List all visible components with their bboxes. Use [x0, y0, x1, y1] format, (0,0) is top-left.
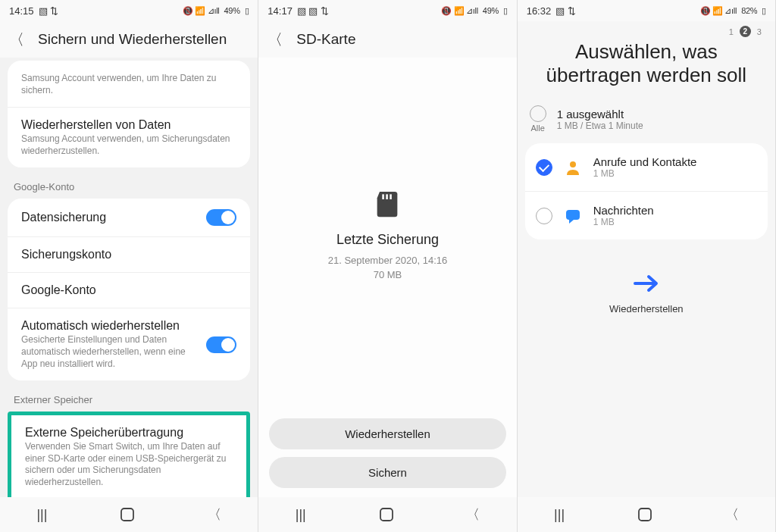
section-external-label: Externer Speicher: [8, 388, 250, 412]
external-storage-card[interactable]: Externe Speicherübertragung Verwenden Si…: [8, 412, 250, 497]
home-button[interactable]: [120, 508, 134, 521]
restore-label: Wiederherstellen: [518, 303, 775, 315]
svg-rect-6: [566, 210, 580, 220]
back-nav-button[interactable]: 〈: [208, 505, 221, 524]
select-all-label: Alle: [530, 124, 546, 133]
svg-rect-4: [380, 509, 393, 521]
items-card: Anrufe und Kontakte 1 MB Nachrichten 1 M…: [525, 143, 768, 239]
navbar: ||| 〈: [258, 497, 516, 532]
content: Samsung Account verwenden, um Ihre Daten…: [0, 58, 258, 497]
restore-button[interactable]: Wiederherstellen: [269, 418, 505, 449]
samsung-account-card: Samsung Account verwenden, um Ihre Daten…: [8, 61, 250, 167]
backup-account-title: Sicherungskonto: [21, 248, 236, 261]
select-all-radio[interactable]: [530, 105, 546, 122]
recents-button[interactable]: |||: [554, 507, 565, 523]
svg-rect-1: [383, 195, 385, 200]
google-account-row[interactable]: Google-Konto: [8, 273, 250, 308]
auto-restore-row[interactable]: Automatisch wiederherstellen Gesicherte …: [8, 308, 250, 380]
item-messages[interactable]: Nachrichten 1 MB: [525, 192, 768, 239]
data-backup-title: Datensicherung: [21, 211, 106, 224]
google-account-card: Datensicherung Sicherungskonto Google-Ko…: [8, 199, 250, 380]
last-backup-size: 70 MB: [328, 268, 448, 282]
step-1: 1: [729, 27, 734, 36]
external-storage-sub: Verwenden Sie Smart Switch, um Ihre Date…: [25, 441, 233, 488]
item-title: Anrufe und Kontakte: [593, 155, 697, 168]
battery-icon: ▯: [762, 6, 766, 16]
recents-button[interactable]: |||: [296, 507, 306, 523]
selected-size-time: 1 MB / Etwa 1 Minute: [557, 120, 643, 131]
restore-data-sub: Samsung Account verwenden, um Sicherungs…: [21, 133, 236, 157]
header: 〈 Sichern und Wiederherstellen: [0, 21, 258, 58]
step-2-active: 2: [740, 26, 751, 37]
status-bar: 16:32 ▧ ⇅ 📵 📶 ⊿ıll 82% ▯: [518, 0, 775, 21]
status-time: 16:32: [527, 5, 552, 17]
phone-3-select-data: 16:32 ▧ ⇅ 📵 📶 ⊿ıll 82% ▯ 1 2 3 Auswählen…: [518, 0, 776, 532]
center-content: Letzte Sicherung 21. September 2020, 14:…: [258, 58, 516, 412]
last-backup-title: Letzte Sicherung: [336, 232, 439, 248]
back-nav-button[interactable]: 〈: [466, 505, 480, 524]
svg-rect-7: [639, 509, 651, 521]
select-all-row[interactable]: Alle 1 ausgewählt 1 MB / Etwa 1 Minute: [518, 101, 775, 143]
item-radio-checked[interactable]: [536, 159, 552, 176]
status-bar: 14:17 ▧ ▧ ⇅ 📵 📶 ⊿ıll 49% ▯: [258, 0, 516, 21]
back-button[interactable]: 〈: [268, 30, 283, 50]
status-battery: 82%: [741, 6, 757, 15]
data-backup-toggle[interactable]: [206, 209, 236, 226]
back-nav-button[interactable]: 〈: [725, 505, 739, 524]
button-stack: Wiederherstellen Sichern: [258, 412, 516, 497]
svg-rect-3: [390, 195, 393, 200]
selected-count: 1 ausgewählt: [557, 108, 643, 120]
item-size: 1 MB: [593, 168, 697, 179]
back-button[interactable]: 〈: [9, 30, 24, 50]
restore-action[interactable]: Wiederherstellen: [518, 273, 775, 315]
status-time: 14:15: [9, 5, 34, 17]
item-radio-unchecked[interactable]: [536, 208, 552, 224]
backup-data-row[interactable]: Samsung Account verwenden, um Ihre Daten…: [8, 61, 250, 108]
status-battery: 49%: [483, 6, 499, 15]
battery-icon: ▯: [503, 6, 508, 16]
backup-data-sub: Samsung Account verwenden, um Ihre Daten…: [21, 73, 236, 96]
item-calls-contacts[interactable]: Anrufe und Kontakte 1 MB: [525, 143, 768, 192]
status-time: 14:17: [268, 5, 293, 17]
step-3: 3: [757, 27, 762, 36]
arrow-right-icon: [518, 273, 775, 299]
backup-button[interactable]: Sichern: [269, 457, 505, 488]
item-title: Nachrichten: [593, 204, 654, 217]
phone-1-backup-restore: 14:15 ▧ ⇅ 📵 📶 ⊿ıll 49% ▯ 〈 Sichern und W…: [0, 0, 258, 532]
page-title: Auswählen, was übertragen werden soll: [518, 40, 775, 101]
status-left-icons: ▧ ⇅: [39, 5, 59, 17]
person-icon: [563, 158, 583, 177]
svg-rect-0: [121, 509, 133, 521]
home-button[interactable]: [638, 508, 652, 521]
auto-restore-sub: Gesicherte Einstellungen und Daten autom…: [21, 334, 199, 370]
header: 〈 SD-Karte: [258, 21, 516, 58]
auto-restore-toggle[interactable]: [206, 336, 236, 353]
restore-data-title: Wiederherstellen von Daten: [21, 118, 236, 132]
auto-restore-title: Automatisch wiederherstellen: [21, 319, 199, 333]
progress-steps: 1 2 3: [518, 21, 775, 40]
chat-icon: [563, 206, 583, 226]
svg-point-5: [570, 161, 576, 167]
svg-rect-2: [386, 195, 388, 200]
restore-data-row[interactable]: Wiederherstellen von Daten Samsung Accou…: [8, 108, 250, 167]
data-backup-row[interactable]: Datensicherung: [8, 199, 250, 237]
page-title: SD-Karte: [296, 31, 355, 48]
external-storage-title: Externe Speicherübertragung: [25, 426, 233, 440]
home-button[interactable]: [380, 508, 393, 521]
status-right-icons: 📵 📶 ⊿ıll: [441, 6, 478, 16]
recents-button[interactable]: |||: [36, 507, 47, 523]
page-title: Sichern und Wiederherstellen: [38, 31, 227, 48]
status-bar: 14:15 ▧ ⇅ 📵 📶 ⊿ıll 49% ▯: [0, 0, 258, 21]
status-right-icons: 📵 📶 ⊿ıll: [700, 6, 737, 16]
backup-account-row[interactable]: Sicherungskonto: [8, 237, 250, 273]
sd-card-icon: [372, 188, 402, 218]
status-left-icons: ▧ ▧ ⇅: [297, 5, 329, 17]
google-account-title: Google-Konto: [21, 283, 236, 297]
item-size: 1 MB: [593, 217, 654, 227]
navbar: ||| 〈: [518, 497, 775, 532]
battery-icon: ▯: [245, 6, 249, 16]
status-left-icons: ▧ ⇅: [555, 5, 576, 17]
status-battery: 49%: [224, 6, 240, 15]
last-backup-date: 21. September 2020, 14:16: [328, 254, 448, 268]
section-google-label: Google-Konto: [8, 175, 250, 199]
